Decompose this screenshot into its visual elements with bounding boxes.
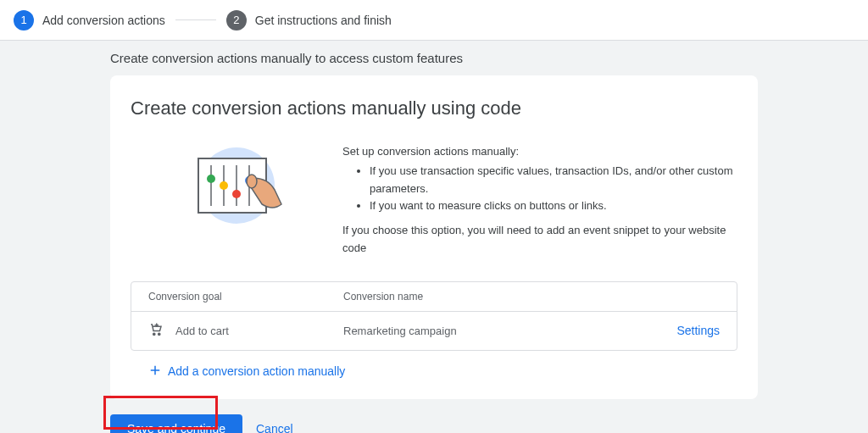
step-1[interactable]: 1 Add conversion actions bbox=[14, 10, 165, 31]
save-continue-button[interactable]: Save and continue bbox=[110, 414, 242, 433]
intro-row: Set up conversion actions manually: If y… bbox=[131, 143, 737, 258]
step-2-label: Get instructions and finish bbox=[255, 14, 392, 27]
header-goal: Conversion goal bbox=[148, 291, 343, 303]
sliders-illustration-icon bbox=[181, 143, 292, 236]
header-name: Conversion name bbox=[343, 291, 652, 303]
row-name: Remarketing campaign bbox=[343, 325, 652, 337]
add-conversion-link[interactable]: Add a conversion action manually bbox=[131, 351, 737, 384]
intro-bullet-2: If you want to measure clicks on buttons… bbox=[370, 197, 737, 215]
add-conversion-label: Add a conversion action manually bbox=[168, 364, 345, 378]
step-2[interactable]: 2 Get instructions and finish bbox=[226, 10, 392, 31]
main-card: Create conversion actions manually using… bbox=[110, 75, 758, 399]
svg-point-7 bbox=[220, 181, 228, 190]
page-subtitle: Create conversion actions manually to ac… bbox=[110, 51, 758, 65]
svg-point-8 bbox=[232, 190, 241, 198]
step-divider bbox=[175, 19, 216, 20]
stepper: 1 Add conversion actions 2 Get instructi… bbox=[0, 0, 868, 41]
cancel-button[interactable]: Cancel bbox=[256, 422, 293, 433]
step-1-label: Add conversion actions bbox=[42, 14, 165, 27]
content-area: Create conversion actions manually to ac… bbox=[0, 41, 868, 399]
svg-point-12 bbox=[159, 333, 160, 335]
intro-note: If you choose this option, you will need… bbox=[342, 222, 737, 258]
row-settings-link[interactable]: Settings bbox=[676, 324, 720, 337]
illustration bbox=[181, 143, 292, 239]
table-header: Conversion goal Conversion name bbox=[131, 282, 737, 312]
footer: Save and continue Cancel bbox=[0, 399, 868, 433]
intro-lead: Set up conversion actions manually: bbox=[342, 143, 737, 161]
header-action bbox=[652, 291, 720, 303]
svg-point-6 bbox=[207, 175, 215, 183]
card-title: Create conversion actions manually using… bbox=[131, 97, 737, 119]
intro-bullet-1: If you use transaction specific values, … bbox=[370, 163, 737, 198]
table-row: Add to cart Remarketing campaign Setting… bbox=[131, 312, 737, 350]
step-1-circle: 1 bbox=[14, 10, 34, 31]
conversion-table: Conversion goal Conversion name bbox=[131, 281, 737, 351]
svg-point-10 bbox=[247, 175, 257, 188]
plus-icon bbox=[147, 363, 163, 380]
add-to-cart-icon bbox=[148, 322, 164, 340]
step-2-circle: 2 bbox=[226, 10, 247, 31]
svg-point-11 bbox=[153, 333, 155, 335]
row-goal: Add to cart bbox=[175, 325, 229, 337]
intro-text: Set up conversion actions manually: If y… bbox=[342, 143, 737, 258]
